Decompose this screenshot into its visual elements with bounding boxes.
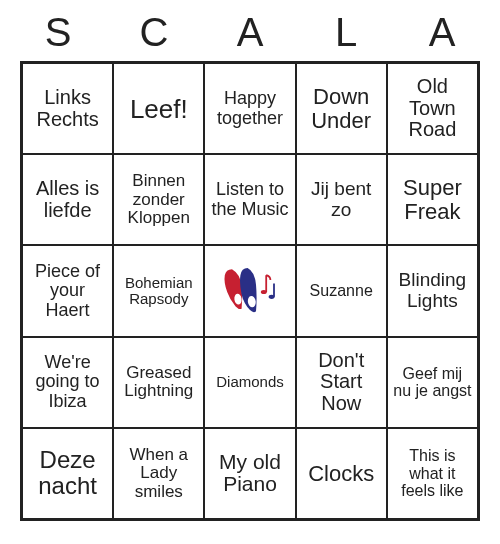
bingo-cell[interactable]: When a Lady smiles bbox=[113, 428, 204, 519]
bingo-cell[interactable]: Don't Start Now bbox=[296, 337, 387, 428]
bingo-cell[interactable]: Binnen zonder Kloppen bbox=[113, 154, 204, 245]
cell-text: Old Town Road bbox=[392, 76, 473, 141]
svg-point-3 bbox=[269, 294, 275, 298]
bingo-card: Links Rechts Leef! Happy together Down U… bbox=[20, 61, 480, 521]
bingo-cell[interactable]: Jij bent zo bbox=[296, 154, 387, 245]
cell-text: We're going to Ibiza bbox=[27, 353, 108, 411]
svg-point-2 bbox=[261, 290, 267, 294]
cell-text: Bohemian Rapsody bbox=[118, 275, 199, 307]
cell-text: Binnen zonder Kloppen bbox=[118, 172, 199, 227]
bingo-cell[interactable]: My old Piano bbox=[204, 428, 295, 519]
bingo-cell[interactable]: Listen to the Music bbox=[204, 154, 295, 245]
header-letter: C bbox=[134, 10, 174, 55]
cell-text: This is what it feels like bbox=[392, 447, 473, 499]
cell-text: Alles is liefde bbox=[27, 178, 108, 221]
cell-text: Super Freak bbox=[392, 176, 473, 224]
bingo-cell[interactable]: Clocks bbox=[296, 428, 387, 519]
singing-faces-music-notes-icon bbox=[219, 262, 281, 320]
header-letter: L bbox=[326, 10, 366, 55]
bingo-cell[interactable]: Super Freak bbox=[387, 154, 478, 245]
bingo-cell[interactable]: Down Under bbox=[296, 63, 387, 154]
bingo-header: S C A L A bbox=[20, 10, 480, 55]
cell-text: My old Piano bbox=[209, 451, 290, 496]
header-letter: S bbox=[38, 10, 78, 55]
bingo-cell[interactable]: Piece of your Haert bbox=[22, 245, 113, 336]
bingo-cell[interactable]: Alles is liefde bbox=[22, 154, 113, 245]
bingo-cell[interactable]: Bohemian Rapsody bbox=[113, 245, 204, 336]
cell-text: Don't Start Now bbox=[301, 350, 382, 415]
cell-text: Clocks bbox=[308, 462, 374, 486]
header-letter: A bbox=[422, 10, 462, 55]
bingo-cell[interactable]: Suzanne bbox=[296, 245, 387, 336]
cell-text: Down Under bbox=[301, 85, 382, 133]
cell-text: Listen to the Music bbox=[209, 180, 290, 219]
bingo-cell[interactable]: Deze nacht bbox=[22, 428, 113, 519]
bingo-cell[interactable]: Links Rechts bbox=[22, 63, 113, 154]
cell-text: Greased Lightning bbox=[118, 364, 199, 401]
cell-text: Geef mij nu je angst bbox=[392, 365, 473, 400]
cell-text: Blinding Lights bbox=[392, 270, 473, 311]
bingo-cell[interactable]: Greased Lightning bbox=[113, 337, 204, 428]
cell-text: Happy together bbox=[209, 89, 290, 128]
cell-text: Jij bent zo bbox=[301, 179, 382, 220]
bingo-cell[interactable]: Old Town Road bbox=[387, 63, 478, 154]
bingo-cell[interactable]: Geef mij nu je angst bbox=[387, 337, 478, 428]
cell-text: Deze nacht bbox=[27, 447, 108, 499]
bingo-free-space[interactable] bbox=[204, 245, 295, 336]
cell-text: Suzanne bbox=[310, 282, 373, 299]
bingo-cell[interactable]: Diamonds bbox=[204, 337, 295, 428]
bingo-cell[interactable]: Blinding Lights bbox=[387, 245, 478, 336]
header-letter: A bbox=[230, 10, 270, 55]
cell-text: Links Rechts bbox=[27, 87, 108, 130]
bingo-cell[interactable]: Happy together bbox=[204, 63, 295, 154]
cell-text: Leef! bbox=[130, 95, 188, 123]
cell-text: Diamonds bbox=[216, 374, 284, 390]
cell-text: Piece of your Haert bbox=[27, 262, 108, 320]
bingo-cell[interactable]: We're going to Ibiza bbox=[22, 337, 113, 428]
cell-text: When a Lady smiles bbox=[118, 446, 199, 501]
bingo-cell[interactable]: This is what it feels like bbox=[387, 428, 478, 519]
bingo-cell[interactable]: Leef! bbox=[113, 63, 204, 154]
